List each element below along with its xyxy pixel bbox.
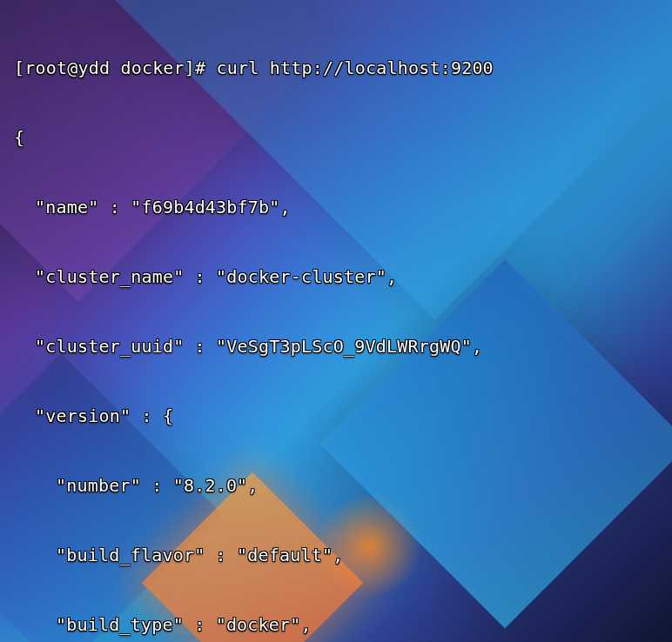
json-line: { bbox=[14, 120, 658, 155]
json-sep: : bbox=[98, 197, 131, 217]
json-value: "VeSgT3pLScO_9VdLWRrgWQ" bbox=[216, 336, 472, 357]
json-sep: : bbox=[205, 545, 237, 565]
json-value: "8.2.0" bbox=[173, 475, 248, 496]
shell-prompt: [root@ydd docker]# bbox=[14, 57, 217, 78]
json-sep: : bbox=[184, 614, 216, 635]
comma: , bbox=[301, 614, 312, 635]
brace-open: { bbox=[14, 127, 24, 148]
shell-command: curl http://localhost:9200 bbox=[217, 57, 494, 78]
brace-open: : { bbox=[131, 405, 173, 426]
comma: , bbox=[247, 475, 258, 496]
json-line: "build_flavor" : "default", bbox=[14, 538, 658, 572]
json-line: "cluster_uuid" : "VeSgT3pLScO_9VdLWRrgWQ… bbox=[14, 329, 658, 364]
comma: , bbox=[472, 336, 482, 357]
json-value: "f69b4d43bf7b" bbox=[131, 197, 279, 217]
json-line: "build_type" : "docker", bbox=[14, 607, 658, 642]
json-line: "version" : { bbox=[14, 398, 658, 433]
json-sep: : bbox=[184, 266, 216, 287]
json-line: "name" : "f69b4d43bf7b", bbox=[14, 190, 658, 224]
json-sep: : bbox=[184, 336, 216, 357]
comma: , bbox=[333, 545, 343, 565]
json-key: "cluster_name" bbox=[35, 266, 184, 287]
json-line: "cluster_name" : "docker-cluster", bbox=[14, 259, 658, 294]
json-key: "version" bbox=[35, 405, 131, 426]
terminal-output: [root@ydd docker]# curl http://localhost… bbox=[0, 0, 672, 642]
json-key: "build_type" bbox=[56, 614, 184, 635]
json-value: "default" bbox=[237, 545, 333, 565]
json-key: "number" bbox=[56, 475, 141, 496]
json-sep: : bbox=[141, 475, 173, 496]
json-key: "build_flavor" bbox=[56, 545, 205, 565]
json-key: "name" bbox=[35, 197, 98, 217]
json-value: "docker" bbox=[216, 614, 301, 635]
comma: , bbox=[280, 197, 291, 217]
prompt-line: [root@ydd docker]# curl http://localhost… bbox=[14, 50, 658, 85]
json-key: "cluster_uuid" bbox=[35, 336, 184, 357]
comma: , bbox=[386, 266, 397, 287]
json-line: "number" : "8.2.0", bbox=[14, 468, 658, 503]
json-value: "docker-cluster" bbox=[216, 266, 386, 287]
